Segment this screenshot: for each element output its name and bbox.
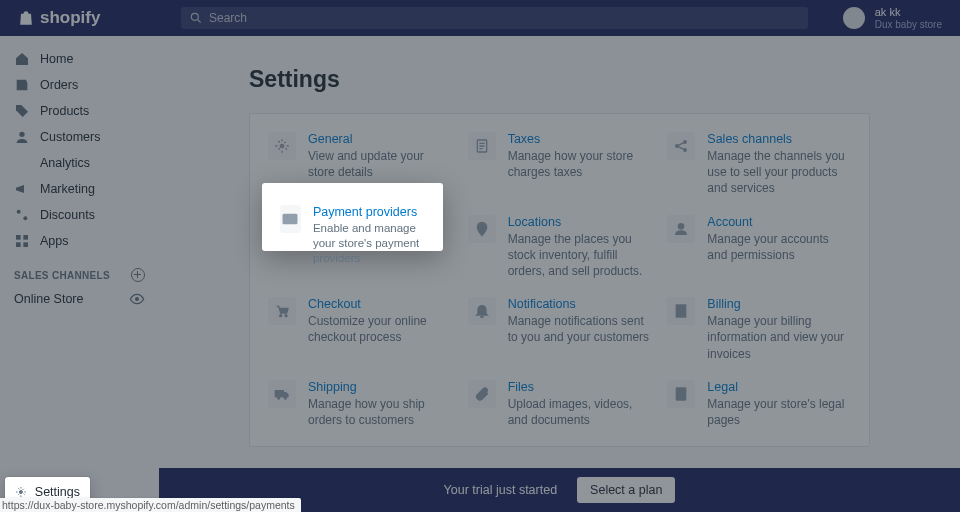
sidebar-item-marketing[interactable]: Marketing	[0, 176, 159, 202]
svg-rect-6	[23, 235, 28, 240]
tile-desc: Manage your billing information and view…	[707, 313, 851, 362]
tile-billing[interactable]: BillingManage your billing information a…	[667, 297, 851, 362]
tile-account[interactable]: AccountManage your accounts and permissi…	[667, 215, 851, 280]
settings-button-label: Settings	[35, 485, 80, 499]
sidebar-item-label: Home	[40, 52, 73, 66]
user-text: ak kk Dux baby store	[875, 6, 942, 29]
svg-point-21	[278, 397, 280, 399]
svg-point-14	[684, 149, 687, 152]
tile-desc: Manage how you ship orders to customers	[308, 396, 452, 428]
tile-shipping[interactable]: ShippingManage how you ship orders to cu…	[268, 380, 452, 428]
tile-locations[interactable]: LocationsManage the places you stock inv…	[468, 215, 652, 280]
megaphone-icon	[14, 181, 30, 197]
bell-icon	[468, 297, 496, 325]
svg-point-15	[480, 225, 483, 228]
percent-icon	[14, 207, 30, 223]
tile-payment-providers[interactable]: Payment providers Enable and manage your…	[262, 183, 443, 251]
sidebar-item-products[interactable]: Products	[0, 98, 159, 124]
user-icon	[14, 129, 30, 145]
search-input[interactable]: Search	[181, 7, 808, 29]
svg-point-22	[284, 397, 286, 399]
sidebar-item-home[interactable]: Home	[0, 46, 159, 72]
user-menu[interactable]: ak kk Dux baby store	[843, 6, 960, 29]
tile-desc: Manage your store's legal pages	[707, 396, 851, 428]
svg-point-9	[135, 297, 139, 301]
tile-taxes[interactable]: TaxesManage how your store charges taxes	[468, 132, 652, 197]
tile-files[interactable]: FilesUpload images, videos, and document…	[468, 380, 652, 428]
svg-point-4	[23, 216, 27, 220]
tile-title: Sales channels	[707, 132, 851, 146]
tile-title: Payment providers	[313, 205, 425, 219]
sidebar-item-customers[interactable]: Customers	[0, 124, 159, 150]
select-plan-button[interactable]: Select a plan	[577, 477, 675, 503]
search-placeholder: Search	[209, 11, 247, 25]
tile-desc: Customize your online checkout process	[308, 313, 452, 345]
view-icon[interactable]	[129, 291, 145, 307]
tile-desc: Manage the channels you use to sell your…	[707, 148, 851, 197]
receipt-icon	[667, 297, 695, 325]
tile-title: Notifications	[508, 297, 652, 311]
account-icon	[667, 215, 695, 243]
channels-header-label: SALES CHANNELS	[14, 270, 110, 281]
pin-icon	[468, 215, 496, 243]
shopify-bag-icon	[16, 7, 36, 29]
sidebar-item-apps[interactable]: Apps	[0, 228, 159, 254]
sidebar-item-label: Apps	[40, 234, 69, 248]
svg-rect-5	[16, 235, 21, 240]
tile-checkout[interactable]: CheckoutCustomize your online checkout p…	[268, 297, 452, 362]
svg-point-13	[684, 141, 687, 144]
sidebar-item-label: Customers	[40, 130, 100, 144]
card-icon	[280, 205, 301, 233]
tile-notifications[interactable]: NotificationsManage notifications sent t…	[468, 297, 652, 362]
sidebar-item-label: Online Store	[14, 292, 83, 306]
svg-rect-20	[275, 390, 283, 396]
status-url: https://dux-baby-store.myshopify.com/adm…	[0, 498, 301, 512]
tile-title: Billing	[707, 297, 851, 311]
tile-desc: Manage the places you stock inventory, f…	[508, 231, 652, 280]
tile-title: General	[308, 132, 452, 146]
sidebar-item-analytics[interactable]: Analytics	[0, 150, 159, 176]
sidebar-item-online-store[interactable]: Online Store	[0, 286, 159, 312]
sidebar-item-label: Analytics	[40, 156, 90, 170]
gear-icon	[268, 132, 296, 160]
main: Settings GeneralView and update your sto…	[159, 36, 960, 468]
tile-title: Taxes	[508, 132, 652, 146]
svg-point-25	[19, 491, 22, 494]
home-icon	[14, 51, 30, 67]
sidebar-item-label: Products	[40, 104, 89, 118]
brand-logo[interactable]: shopify	[0, 7, 159, 29]
tile-sales-channels[interactable]: Sales channelsManage the channels you us…	[667, 132, 851, 197]
share-icon	[667, 132, 695, 160]
tile-legal[interactable]: LegalManage your store's legal pages	[667, 380, 851, 428]
user-name: ak kk	[875, 6, 942, 18]
cart-icon	[268, 297, 296, 325]
tile-title: Locations	[508, 215, 652, 229]
clip-icon	[468, 380, 496, 408]
svg-point-3	[17, 210, 21, 214]
add-channel-button[interactable]	[131, 268, 145, 282]
svg-rect-8	[23, 242, 28, 247]
tile-desc: View and update your store details	[308, 148, 452, 180]
page-title: Settings	[159, 36, 960, 113]
topbar: shopify Search ak kk Dux baby store	[0, 0, 960, 36]
sidebar-item-label: Marketing	[40, 182, 95, 196]
user-store: Dux baby store	[875, 19, 942, 30]
sidebar-item-orders[interactable]: Orders	[0, 72, 159, 98]
tile-title: Files	[508, 380, 652, 394]
svg-line-1	[198, 20, 201, 23]
svg-rect-24	[284, 215, 298, 224]
channels-header: SALES CHANNELS	[0, 254, 159, 286]
tile-desc: Manage notifications sent to you and you…	[508, 313, 652, 345]
svg-point-17	[280, 315, 282, 317]
tile-title: Checkout	[308, 297, 452, 311]
tile-desc: Enable and manage your store's payment p…	[313, 221, 425, 266]
trial-text: Your trial just started	[444, 483, 557, 497]
tile-title: Account	[707, 215, 851, 229]
sidebar: Home Orders Products Customers Analytics…	[0, 36, 159, 512]
sidebar-item-discounts[interactable]: Discounts	[0, 202, 159, 228]
grid-icon	[14, 233, 30, 249]
tile-desc: Upload images, videos, and documents	[508, 396, 652, 428]
brand-name: shopify	[40, 8, 100, 28]
document-icon	[468, 132, 496, 160]
tile-title: Shipping	[308, 380, 452, 394]
